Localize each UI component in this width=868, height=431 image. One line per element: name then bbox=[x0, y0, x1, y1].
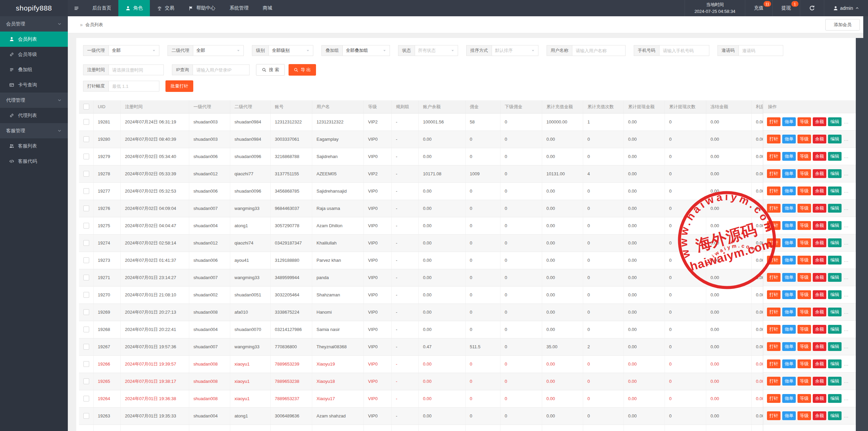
more-actions-button[interactable]: ... bbox=[844, 223, 849, 228]
action-button-做单[interactable]: 做单 bbox=[782, 238, 796, 247]
sidebar-group-客服管理[interactable]: 客服管理 bbox=[0, 123, 68, 138]
action-button-打针[interactable]: 打针 bbox=[767, 221, 781, 230]
action-button-余额[interactable]: 余额 bbox=[813, 256, 826, 265]
filter-select-二级代理[interactable]: 全部 bbox=[193, 45, 244, 56]
user-menu[interactable]: admin bbox=[824, 0, 868, 16]
more-actions-button[interactable]: ... bbox=[844, 119, 849, 124]
action-button-等级[interactable]: 等级 bbox=[797, 342, 811, 351]
action-button-编辑[interactable]: 编辑 bbox=[828, 325, 842, 334]
action-button-打针[interactable]: 打针 bbox=[767, 273, 781, 282]
action-button-做单[interactable]: 做单 bbox=[782, 256, 796, 265]
action-button-等级[interactable]: 等级 bbox=[797, 238, 811, 247]
action-button-余额[interactable]: 余额 bbox=[813, 359, 826, 368]
filter-input-手机号码[interactable] bbox=[659, 45, 709, 56]
sidebar-item-代理列表[interactable]: 代理列表 bbox=[0, 108, 68, 123]
export-button[interactable]: 导 出 bbox=[289, 64, 316, 76]
action-button-等级[interactable]: 等级 bbox=[797, 411, 811, 420]
action-button-余额[interactable]: 余额 bbox=[813, 394, 826, 403]
page-vertical-scrollbar[interactable] bbox=[863, 16, 868, 431]
action-button-等级[interactable]: 等级 bbox=[797, 273, 811, 282]
action-button-做单[interactable]: 做单 bbox=[782, 394, 796, 403]
more-actions-button[interactable]: ... bbox=[844, 310, 849, 315]
filter-select-排序方式[interactable]: 默认排序 bbox=[492, 45, 538, 56]
action-button-编辑[interactable]: 编辑 bbox=[828, 342, 842, 351]
more-actions-button[interactable]: ... bbox=[844, 206, 849, 211]
action-button-打针[interactable]: 打针 bbox=[767, 256, 781, 265]
action-button-做单[interactable]: 做单 bbox=[782, 359, 796, 368]
action-button-等级[interactable]: 等级 bbox=[797, 377, 811, 386]
sidebar-item-会员等级[interactable]: 会员等级 bbox=[0, 47, 68, 62]
action-button-做单[interactable]: 做单 bbox=[782, 187, 796, 195]
action-button-打针[interactable]: 打针 bbox=[767, 411, 781, 420]
sidebar-group-会员管理[interactable]: 会员管理 bbox=[0, 16, 68, 32]
row-checkbox[interactable] bbox=[83, 205, 89, 211]
action-button-打针[interactable]: 打针 bbox=[767, 204, 781, 213]
action-button-余额[interactable]: 余额 bbox=[813, 135, 826, 143]
action-button-打针[interactable]: 打针 bbox=[767, 135, 781, 143]
more-actions-button[interactable]: ... bbox=[844, 275, 849, 280]
action-button-编辑[interactable]: 编辑 bbox=[828, 359, 842, 368]
more-actions-button[interactable]: ... bbox=[844, 258, 849, 263]
action-button-打针[interactable]: 打针 bbox=[767, 169, 781, 178]
more-actions-button[interactable]: ... bbox=[844, 189, 849, 194]
add-member-button[interactable]: 添加会员 bbox=[825, 19, 860, 31]
action-button-等级[interactable]: 等级 bbox=[797, 204, 811, 213]
action-button-打针[interactable]: 打针 bbox=[767, 394, 781, 403]
row-checkbox[interactable] bbox=[83, 327, 89, 332]
action-button-打针[interactable]: 打针 bbox=[767, 117, 781, 126]
action-button-打针[interactable]: 打针 bbox=[767, 187, 781, 195]
action-button-编辑[interactable]: 编辑 bbox=[828, 273, 842, 282]
action-button-编辑[interactable]: 编辑 bbox=[828, 117, 842, 126]
action-button-编辑[interactable]: 编辑 bbox=[828, 238, 842, 247]
action-button-编辑[interactable]: 编辑 bbox=[828, 187, 842, 195]
sidebar-item-叠加组[interactable]: 叠加组 bbox=[0, 62, 68, 77]
more-actions-button[interactable]: ... bbox=[844, 171, 849, 176]
action-button-等级[interactable]: 等级 bbox=[797, 135, 811, 143]
more-actions-button[interactable]: ... bbox=[844, 292, 849, 297]
action-button-做单[interactable]: 做单 bbox=[782, 152, 796, 161]
row-checkbox[interactable] bbox=[83, 309, 89, 315]
nav-item-交易[interactable]: 交易 bbox=[150, 0, 181, 16]
action-button-打针[interactable]: 打针 bbox=[767, 152, 781, 161]
row-checkbox[interactable] bbox=[83, 188, 89, 194]
action-button-等级[interactable]: 等级 bbox=[797, 169, 811, 178]
action-button-做单[interactable]: 做单 bbox=[782, 377, 796, 386]
action-button-编辑[interactable]: 编辑 bbox=[828, 308, 842, 316]
row-checkbox[interactable] bbox=[83, 361, 89, 367]
action-button-做单[interactable]: 做单 bbox=[782, 290, 796, 299]
action-button-等级[interactable]: 等级 bbox=[797, 359, 811, 368]
action-button-余额[interactable]: 余额 bbox=[813, 325, 826, 334]
action-button-做单[interactable]: 做单 bbox=[782, 308, 796, 316]
action-button-打针[interactable]: 打针 bbox=[767, 308, 781, 316]
action-button-余额[interactable]: 余额 bbox=[813, 152, 826, 161]
needle-range-input[interactable] bbox=[108, 81, 159, 92]
more-actions-button[interactable]: ... bbox=[844, 396, 849, 401]
action-button-余额[interactable]: 余额 bbox=[813, 308, 826, 316]
search-button[interactable]: 搜 索 bbox=[256, 64, 285, 76]
refresh-button[interactable] bbox=[800, 0, 824, 16]
action-button-等级[interactable]: 等级 bbox=[797, 290, 811, 299]
row-checkbox[interactable] bbox=[83, 240, 89, 246]
register-time-input[interactable] bbox=[108, 64, 164, 75]
select-all-checkbox[interactable] bbox=[83, 104, 89, 110]
batch-needle-button[interactable]: 批量打针 bbox=[165, 80, 193, 92]
action-button-余额[interactable]: 余额 bbox=[813, 169, 826, 178]
more-actions-button[interactable]: ... bbox=[844, 154, 849, 159]
row-checkbox[interactable] bbox=[83, 378, 89, 384]
row-checkbox[interactable] bbox=[83, 136, 89, 142]
action-button-做单[interactable]: 做单 bbox=[782, 135, 796, 143]
action-button-打针[interactable]: 打针 bbox=[767, 359, 781, 368]
action-button-编辑[interactable]: 编辑 bbox=[828, 256, 842, 265]
action-button-打针[interactable]: 打针 bbox=[767, 377, 781, 386]
nav-item-商城[interactable]: 商城 bbox=[256, 0, 279, 16]
action-button-编辑[interactable]: 编辑 bbox=[828, 221, 842, 230]
action-button-编辑[interactable]: 编辑 bbox=[828, 377, 842, 386]
sidebar-group-代理管理[interactable]: 代理管理 bbox=[0, 93, 68, 108]
sidebar-item-会员列表[interactable]: 会员列表 bbox=[0, 32, 68, 47]
filter-input-邀请码[interactable] bbox=[738, 45, 783, 56]
action-button-余额[interactable]: 余额 bbox=[813, 117, 826, 126]
more-actions-button[interactable]: ... bbox=[844, 137, 849, 142]
filter-input-用户名称[interactable] bbox=[572, 45, 626, 56]
more-actions-button[interactable]: ... bbox=[844, 327, 849, 332]
action-button-余额[interactable]: 余额 bbox=[813, 187, 826, 195]
